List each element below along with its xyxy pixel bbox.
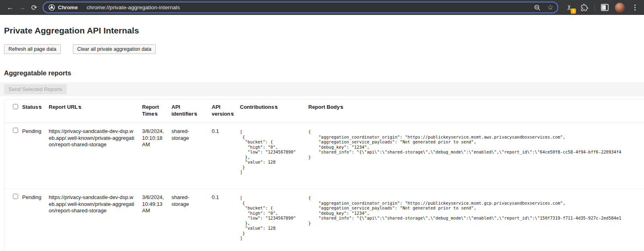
row-checkbox[interactable] [13,194,18,199]
bookmark-star-icon[interactable]: ☆ [547,4,553,11]
page-content: Private Aggregation API Internals Refres… [0,26,644,251]
header-api-version[interactable]: API version⇅ [212,100,240,122]
screenshot-extension-icon[interactable]: ✂ 1 [564,2,574,13]
sort-icon: ⇅ [340,105,343,110]
sort-icon: ⇅ [194,112,197,116]
back-icon[interactable]: ← [4,2,16,14]
toolbar-actions: ✂ 1 ⋮ [564,2,639,13]
table-row: Pending https://privacy-sandcastle-dev-d… [4,189,644,251]
api-version-cell: 0.1 [212,189,240,251]
contributions-json: [ { "bucket": { "high": "0", "low": "123… [240,195,302,241]
sort-icon: ⇅ [39,105,42,110]
profile-avatar[interactable] [615,2,625,13]
header-contributions[interactable]: Contributions⇅ [240,100,308,122]
header-status[interactable]: Status⇅ [22,100,49,122]
extension-badge: 1 [571,8,576,14]
report-url-cell: https://privacy-sandcastle-dev-dsp.web.a… [49,189,142,251]
report-time-cell: 3/6/2024, 10:10:18 AM [142,123,171,189]
contributions-cell: [ { "bucket": { "high": "0", "low": "123… [240,189,308,251]
site-chip-label: Chrome [58,4,78,10]
send-selected-reports-button[interactable]: Send Selected Reports [4,84,67,94]
select-all-checkbox[interactable] [13,104,18,109]
table-header-row: Status⇅ Report URL⇅ Report Time⇅ API ide… [4,100,644,123]
browser-toolbar: ← → ⟳ Chrome chrome://private-aggregatio… [0,0,644,15]
status-cell: Pending [22,123,49,189]
site-chip: Chrome [48,4,78,11]
menu-kebab-icon[interactable]: ⋮ [631,4,639,11]
reports-table-body: Pending https://privacy-sandcastle-dev-d… [4,123,644,251]
zoom-icon[interactable] [534,4,541,11]
report-body-cell: { "aggregation_coordinator_origin": "htt… [308,189,644,251]
contributions-json: [ { "bucket": { "high": "0", "low": "123… [240,129,302,175]
refresh-all-button[interactable]: Refresh all page data [4,44,61,54]
report-body-cell: { "aggregation_coordinator_origin": "htt… [308,123,644,189]
sort-icon: ⇅ [78,105,81,110]
header-api-identifier[interactable]: API identifier⇅ [171,100,212,122]
section-title: Aggregatable reports [4,69,644,77]
reload-icon[interactable]: ⟳ [28,2,40,14]
row-checkbox[interactable] [13,128,18,133]
url-text[interactable]: chrome://private-aggregation-internals [87,4,180,10]
report-url-cell: https://privacy-sandcastle-dev-dsp.web.a… [49,123,142,189]
table-toolbar: Send Selected Reports [0,82,644,96]
header-report-body[interactable]: Report Body⇅ [308,100,644,122]
report-body-json: { "aggregation_coordinator_origin": "htt… [308,129,638,160]
clear-all-button[interactable]: Clear all private aggregation data [73,44,156,54]
address-bar[interactable]: Chrome chrome://private-aggregation-inte… [43,2,558,13]
status-cell: Pending [22,189,49,251]
report-time-cell: 3/6/2024, 10:49:13 AM [142,189,171,251]
toolbar-separator [594,4,595,11]
extensions-puzzle-icon[interactable] [580,3,589,12]
page-title: Private Aggregation API Internals [4,26,644,35]
reports-table: Status⇅ Report URL⇅ Report Time⇅ API ide… [4,99,644,251]
header-report-url[interactable]: Report URL⇅ [49,100,142,122]
sort-icon: ⇅ [155,112,158,116]
api-identifier-cell: shared-storage [171,189,212,251]
header-report-time[interactable]: Report Time⇅ [142,100,171,122]
table-row: Pending https://privacy-sandcastle-dev-d… [4,123,644,189]
report-body-json: { "aggregation_coordinator_origin": "htt… [308,195,638,226]
api-identifier-cell: shared-storage [171,123,212,189]
forward-icon: → [16,2,28,14]
chrome-logo-icon [48,4,55,11]
contributions-cell: [ { "bucket": { "high": "0", "low": "123… [240,123,308,189]
api-version-cell: 0.1 [212,123,240,189]
side-panel-icon[interactable] [601,4,609,11]
sort-icon: ⇅ [231,112,234,116]
sort-icon: ⇅ [275,105,278,110]
